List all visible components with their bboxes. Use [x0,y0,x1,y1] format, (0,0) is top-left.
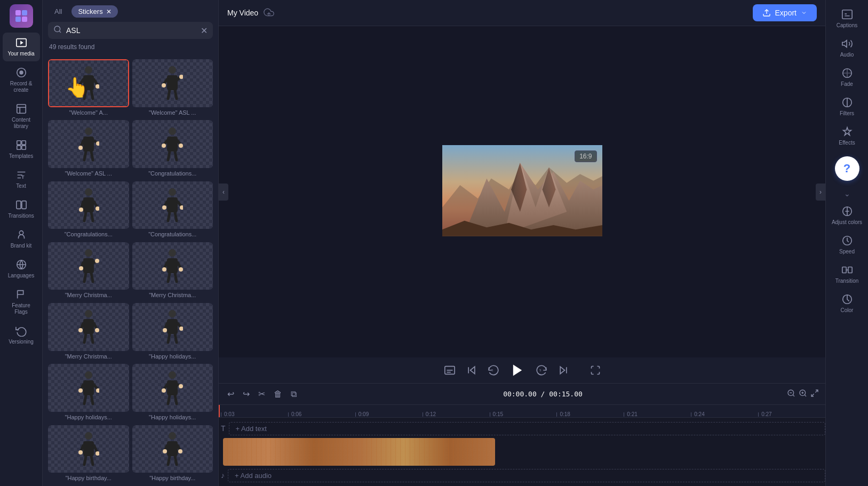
redo-btn[interactable]: ↪ [241,387,252,401]
svg-marker-150 [513,365,521,376]
sticker-item[interactable]: "Congratulations... [132,181,213,239]
right-item-fade[interactable]: Fade [829,63,866,91]
tab-all[interactable]: All [48,5,68,18]
svg-marker-147 [470,367,474,373]
collapse-panel-right-btn[interactable]: › [816,184,825,201]
sidebar-item-your-media[interactable]: Your media [3,33,40,61]
sidebar-item-templates[interactable]: Templates [3,135,40,164]
svg-rect-94 [167,319,178,334]
timeline-area: ↩ ↪ ✂ 🗑 ⧉ 00:00.00 / 00:15.00 [219,383,825,486]
sticker-item[interactable]: "Congratulations... [48,181,129,239]
video-track[interactable] [223,438,495,466]
timeline-zoom [787,389,819,400]
svg-line-25 [84,90,86,99]
right-item-adjust-colors[interactable]: Adjust colors [829,201,866,229]
subtitle-btn[interactable] [444,364,456,376]
undo-btn[interactable]: ↩ [225,387,236,401]
filter-tabs: All Stickers ✕ [48,5,213,18]
right-item-captions[interactable]: Captions [829,4,866,33]
sticker-item[interactable]: 👆 "Welcome" A... [48,59,129,117]
sidebar-item-text[interactable]: T Text [3,165,40,194]
sticker-label: "Merry Christma... [48,353,129,361]
svg-rect-8 [17,105,26,114]
svg-point-67 [162,205,166,210]
sidebar-item-feature-flags[interactable]: FeatureFlags [3,284,40,320]
add-text-btn[interactable]: + Add text [229,422,825,435]
sticker-item[interactable]: "Merry Christma... [132,242,213,300]
right-item-speed[interactable]: Speed [829,230,866,259]
sidebar-item-transitions[interactable]: Transitions [3,195,40,224]
play-btn[interactable] [510,363,525,378]
delete-btn[interactable]: 🗑 [272,387,284,401]
svg-line-122 [91,456,93,465]
skip-back-btn[interactable] [466,365,477,376]
forward-5s-btn[interactable]: 5 [536,364,547,376]
clear-search-icon[interactable]: ✕ [201,26,208,36]
sticker-thumbnail [132,425,213,473]
left-sidebar: Your media Record &create Contentlibrary… [0,0,43,486]
sidebar-item-label-versioning: Versioning [9,339,34,345]
sticker-item[interactable]: "Happy birthday... [132,425,213,483]
audio-track-icon: ♪ [221,471,225,480]
right-item-transition[interactable]: Transition [829,260,866,288]
svg-rect-13 [17,146,20,149]
search-input[interactable] [66,26,196,35]
zoom-out-btn[interactable] [787,389,795,400]
aspect-ratio-badge: 16:9 [575,150,596,162]
duplicate-btn[interactable]: ⧉ [289,387,299,401]
svg-point-115 [162,388,166,393]
sticker-item[interactable]: "Happy holidays... [48,364,129,421]
sticker-item[interactable]: "Merry Christma... [48,242,129,300]
sticker-item[interactable]: "Happy holidays... [132,364,213,421]
svg-point-29 [169,66,176,74]
sticker-item[interactable]: "Welcome" ASL ... [48,120,129,178]
sidebar-item-languages[interactable]: Languages [3,254,40,283]
svg-point-85 [85,310,92,317]
sticker-item[interactable]: "Welcome" ASL ... [132,59,213,117]
right-item-filters[interactable]: Filters [829,92,866,121]
fit-timeline-btn[interactable] [810,389,819,400]
svg-rect-110 [167,380,178,395]
svg-rect-126 [167,441,178,456]
add-audio-btn[interactable]: + Add audio [228,469,825,482]
svg-point-93 [169,310,176,317]
sticker-item[interactable]: "Merry Christma... [48,303,129,361]
right-item-effects[interactable]: Effects [829,122,866,150]
search-bar: ✕ [48,22,213,39]
tab-stickers[interactable]: Stickers ✕ [71,5,117,18]
sidebar-item-versioning[interactable]: Versioning [3,321,40,349]
cut-btn[interactable]: ✂ [256,387,267,401]
sticker-label: "Happy holidays... [132,414,213,422]
right-item-audio[interactable]: Audio [829,34,866,62]
help-button[interactable]: ? [835,156,859,181]
close-stickers-icon[interactable]: ✕ [106,8,112,15]
svg-rect-0 [15,10,21,15]
sidebar-item-record-create[interactable]: Record &create [3,62,40,98]
rewind-5s-btn[interactable]: 5 [488,364,499,376]
sidebar-item-content-library[interactable]: Contentlibrary [3,99,40,134]
svg-rect-16 [16,201,20,209]
export-button[interactable]: Export [753,4,817,21]
fullscreen-btn[interactable] [590,365,601,376]
sticker-thumbnail [132,364,213,412]
ruler-mark-7: 0:24 [691,411,758,417]
sticker-item[interactable]: "Congratulations... [132,120,213,178]
video-track-waveform [223,438,495,466]
skip-forward-btn[interactable] [558,365,569,376]
sticker-item[interactable]: "Happy birthday... [48,425,129,483]
sticker-item[interactable]: "Happy holidays... [132,303,213,361]
zoom-in-btn[interactable] [799,389,807,400]
sticker-thumbnail [132,120,213,168]
svg-rect-22 [83,75,94,90]
svg-rect-12 [21,141,25,145]
svg-rect-163 [842,10,851,19]
timeline-time-display: 00:00.00 / 00:15.00 [503,390,583,398]
chevron-down-icon[interactable]: ⌄ [844,189,850,198]
right-item-color[interactable]: Color [829,289,866,317]
sidebar-item-brand-kit[interactable]: Brand kit [3,225,40,253]
svg-point-61 [169,188,176,196]
collapse-panel-btn[interactable]: ‹ [219,184,228,201]
svg-line-89 [84,334,86,342]
svg-rect-170 [848,267,851,273]
right-sidebar: Captions Audio Fade Filters Effects ? ⌄ [825,0,868,486]
